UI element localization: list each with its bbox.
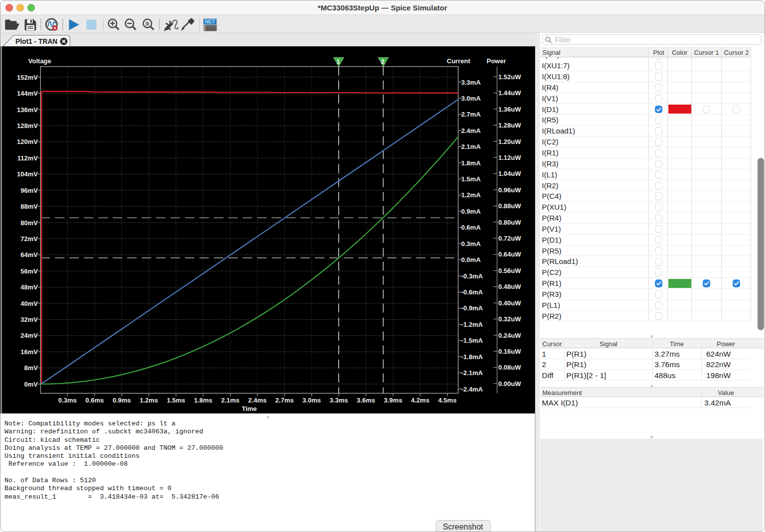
svg-text:16mV: 16mV: [20, 348, 38, 356]
svg-text:-0.3mA: -0.3mA: [461, 272, 483, 280]
svg-text:80mV: 80mV: [20, 219, 38, 227]
svg-text:3.0mA: 3.0mA: [461, 95, 481, 102]
svg-text:0mV: 0mV: [24, 381, 38, 388]
svg-text:40mV: 40mV: [20, 300, 38, 307]
svg-text:4.2ms: 4.2ms: [411, 397, 429, 404]
svg-text:3.0ms: 3.0ms: [302, 397, 321, 404]
svg-text:32mV: 32mV: [20, 316, 38, 323]
svg-text:88mV: 88mV: [20, 203, 38, 210]
svg-text:1.12uW: 1.12uW: [499, 154, 521, 161]
svg-text:3.3mA: 3.3mA: [461, 79, 481, 86]
svg-text:1.20uW: 1.20uW: [499, 138, 521, 145]
svg-text:0.6ms: 0.6ms: [86, 397, 104, 404]
svg-text:4.5ms: 4.5ms: [438, 397, 457, 404]
svg-text:0.3ms: 0.3ms: [58, 397, 77, 404]
svg-text:2: 2: [381, 58, 384, 65]
svg-text:0.40uW: 0.40uW: [499, 299, 521, 307]
svg-text:64mV: 64mV: [20, 251, 38, 259]
svg-text:0.88uW: 0.88uW: [499, 202, 521, 210]
svg-text:-0.9mA: -0.9mA: [461, 304, 483, 312]
svg-text:1.28uW: 1.28uW: [499, 122, 521, 129]
svg-text:0.08uW: 0.08uW: [499, 364, 521, 371]
svg-text:1.52uW: 1.52uW: [499, 73, 521, 81]
svg-text:0.48uW: 0.48uW: [499, 283, 521, 290]
svg-text:-2.1mA: -2.1mA: [461, 369, 483, 377]
svg-text:0.6mA: 0.6mA: [461, 224, 481, 231]
svg-text:0.3mA: 0.3mA: [461, 240, 481, 248]
svg-text:0.0mA: 0.0mA: [461, 256, 481, 264]
svg-text:0.9mA: 0.9mA: [461, 208, 481, 215]
svg-text:1: 1: [337, 58, 340, 65]
svg-text:-1.8mA: -1.8mA: [461, 353, 483, 361]
svg-text:2.1ms: 2.1ms: [221, 397, 240, 404]
svg-text:1.04uW: 1.04uW: [499, 170, 521, 177]
svg-text:1.8ms: 1.8ms: [194, 397, 212, 404]
svg-text:1.44uW: 1.44uW: [499, 89, 521, 97]
svg-text:1.36uW: 1.36uW: [499, 106, 521, 113]
svg-text:0.32uW: 0.32uW: [499, 315, 521, 323]
svg-text:3.9ms: 3.9ms: [384, 397, 402, 404]
svg-text:-1.2mA: -1.2mA: [461, 321, 483, 328]
svg-text:8mV: 8mV: [24, 364, 38, 372]
svg-text:1.5ms: 1.5ms: [167, 397, 185, 404]
svg-text:0.80uW: 0.80uW: [499, 219, 521, 226]
svg-text:0.9ms: 0.9ms: [113, 397, 131, 404]
svg-text:112mV: 112mV: [17, 154, 38, 162]
svg-text:120mV: 120mV: [17, 138, 38, 145]
svg-text:Power: Power: [487, 57, 506, 65]
svg-text:1.8mA: 1.8mA: [461, 159, 481, 167]
svg-text:Current: Current: [447, 57, 471, 65]
svg-text:2.7ms: 2.7ms: [275, 397, 294, 404]
svg-text:2.4ms: 2.4ms: [248, 397, 266, 404]
svg-text:0.24uW: 0.24uW: [499, 332, 521, 339]
svg-text:Time: Time: [242, 405, 256, 412]
svg-text:1.2mA: 1.2mA: [461, 191, 481, 199]
svg-text:1.2ms: 1.2ms: [139, 397, 158, 404]
svg-text:2.7mA: 2.7mA: [461, 111, 481, 118]
svg-text:0.64uW: 0.64uW: [499, 251, 521, 258]
svg-text:104mV: 104mV: [17, 170, 38, 178]
svg-text:2.1mA: 2.1mA: [461, 143, 481, 150]
svg-text:96mV: 96mV: [20, 187, 38, 194]
svg-text:2.4mA: 2.4mA: [461, 127, 481, 134]
svg-text:0.96uW: 0.96uW: [499, 186, 521, 194]
svg-text:48mV: 48mV: [20, 283, 38, 291]
svg-text:3.3ms: 3.3ms: [330, 397, 348, 404]
svg-text:-0.6mA: -0.6mA: [461, 288, 483, 296]
svg-text:0.72uW: 0.72uW: [499, 235, 521, 242]
svg-text:-2.4mA: -2.4mA: [461, 386, 483, 393]
svg-text:0.56uW: 0.56uW: [499, 267, 521, 274]
svg-text:Voltage: Voltage: [28, 57, 51, 65]
svg-text:Plot1 - TRAN: Plot1 - TRAN: [15, 38, 57, 45]
svg-text:152mV: 152mV: [17, 74, 38, 81]
svg-text:72mV: 72mV: [20, 235, 38, 243]
svg-text:-1.5mA: -1.5mA: [461, 337, 483, 344]
svg-text:NET: NET: [205, 19, 215, 24]
svg-text:136mV: 136mV: [17, 106, 38, 114]
svg-text:1.5mA: 1.5mA: [461, 175, 481, 183]
svg-text:3.6ms: 3.6ms: [357, 397, 375, 404]
svg-text:24mV: 24mV: [20, 332, 38, 339]
svg-text:56mV: 56mV: [20, 267, 38, 275]
svg-text:0.00uW: 0.00uW: [499, 380, 521, 388]
svg-text:0.16uW: 0.16uW: [499, 348, 521, 355]
svg-text:144mV: 144mV: [17, 90, 38, 97]
svg-text:128mV: 128mV: [17, 122, 38, 130]
